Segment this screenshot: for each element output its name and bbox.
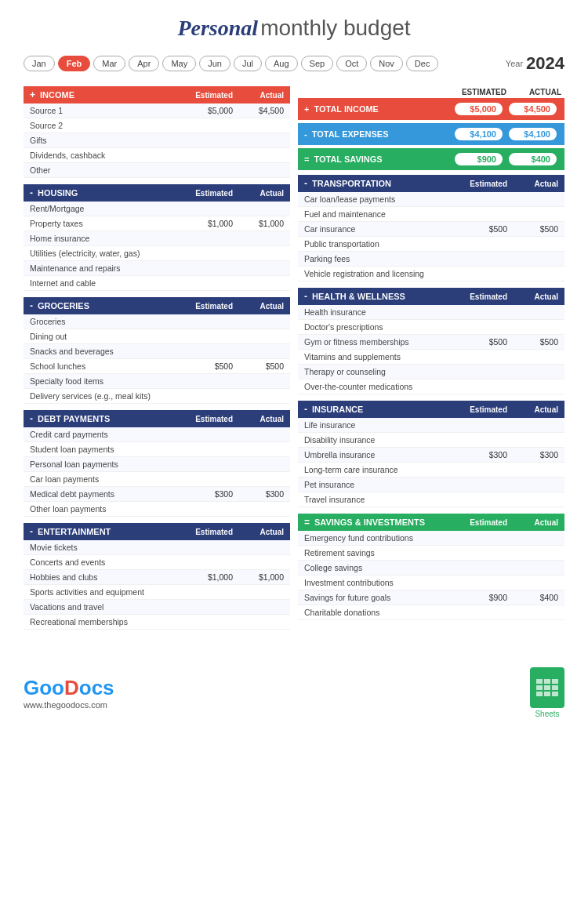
groceries-label-4: Specialty food items bbox=[30, 376, 182, 386]
sheets-label: Sheets bbox=[530, 710, 564, 718]
tab-nov[interactable]: Nov bbox=[370, 56, 403, 71]
savings-equals-icon: = bbox=[304, 517, 310, 528]
health-row-2: Gym or fitness memberships $500 $500 bbox=[298, 335, 564, 350]
income-header: + INCOME Estimated Actual bbox=[24, 86, 290, 104]
summary-header-labels: ESTIMATED ACTUAL bbox=[298, 86, 564, 98]
groceries-label-0: Groceries bbox=[30, 317, 182, 326]
ins-row-3: Long-term care insurance bbox=[298, 463, 564, 478]
entertainment-minus-icon: - bbox=[30, 526, 33, 537]
tab-oct[interactable]: Oct bbox=[336, 56, 367, 71]
savings-title: SAVINGS & INVESTMENTS bbox=[314, 518, 456, 527]
debt-row-5: Other loan payments bbox=[24, 502, 290, 517]
health-est-label: Estimated bbox=[456, 292, 507, 301]
debt-label-2: Personal loan payments bbox=[30, 459, 182, 469]
brand-docs: ocs bbox=[79, 676, 114, 699]
entertainment-row-4: Vacations and travel bbox=[24, 600, 290, 615]
housing-row-0: Rent/Mortgage bbox=[24, 202, 290, 216]
debt-row-3: Car loan payments bbox=[24, 472, 290, 487]
debt-row-2: Personal loan payments bbox=[24, 457, 290, 472]
ins-label-3: Long-term care insurance bbox=[304, 465, 456, 474]
savings-est-label: Estimated bbox=[456, 518, 507, 527]
tab-mar[interactable]: Mar bbox=[93, 56, 125, 71]
tab-apr[interactable]: Apr bbox=[129, 56, 159, 71]
health-label-5: Over-the-counter medications bbox=[304, 382, 456, 391]
year-value: 2024 bbox=[526, 53, 564, 74]
total-income-row: + TOTAL INCOME $5,000 $4,500 bbox=[298, 98, 564, 120]
health-row-3: Vitamins and supplements bbox=[298, 350, 564, 365]
groceries-label-2: Snacks and beverages bbox=[30, 347, 182, 356]
tab-feb[interactable]: Feb bbox=[58, 56, 91, 71]
sav-row-0: Emergency fund contributions bbox=[298, 531, 564, 546]
housing-label-2: Home insurance bbox=[30, 234, 182, 243]
brand-face: D bbox=[64, 676, 79, 699]
income-est-0: $5,000 bbox=[182, 106, 233, 115]
trans-row-4: Parking fees bbox=[298, 252, 564, 267]
entertainment-est-2: $1,000 bbox=[182, 572, 233, 582]
entertainment-row-5: Recreational memberships bbox=[24, 615, 290, 630]
right-column: ESTIMATED ACTUAL + TOTAL INCOME $5,000 $… bbox=[298, 86, 564, 636]
sheets-cell-5 bbox=[544, 685, 550, 690]
housing-act-label: Actual bbox=[233, 189, 284, 198]
debt-row-4: Medical debt payments $300 $300 bbox=[24, 487, 290, 502]
footer-website: www.thegoodocs.com bbox=[24, 700, 114, 710]
sav-label-1: Retirement savings bbox=[304, 548, 456, 557]
health-row-5: Over-the-counter medications bbox=[298, 380, 564, 394]
entertainment-row-3: Sports activities and equipment bbox=[24, 585, 290, 600]
ins-label-0: Life insurance bbox=[304, 420, 456, 430]
trans-row-1: Fuel and maintenance bbox=[298, 207, 564, 222]
sheets-cell-9 bbox=[552, 692, 558, 696]
income-title: INCOME bbox=[40, 90, 182, 100]
tab-jul[interactable]: Jul bbox=[234, 56, 262, 71]
income-act-label: Actual bbox=[233, 91, 284, 100]
tab-aug[interactable]: Aug bbox=[265, 56, 298, 71]
savings-header: = SAVINGS & INVESTMENTS Estimated Actual bbox=[298, 514, 564, 531]
health-label-2: Gym or fitness memberships bbox=[304, 337, 456, 347]
total-expenses-est: $4,100 bbox=[453, 126, 504, 142]
transportation-minus-icon: - bbox=[304, 178, 307, 189]
ins-label-5: Travel insurance bbox=[304, 495, 456, 504]
groceries-row-4: Specialty food items bbox=[24, 374, 290, 389]
income-row-1: Source 2 bbox=[24, 118, 290, 133]
tab-may[interactable]: May bbox=[162, 56, 196, 71]
total-savings-est: $900 bbox=[453, 151, 504, 167]
debt-label-0: Credit card payments bbox=[30, 430, 182, 439]
transportation-act-label: Actual bbox=[507, 180, 558, 188]
groceries-row-2: Snacks and beverages bbox=[24, 344, 290, 359]
summary-act-col-label: ACTUAL bbox=[506, 88, 561, 96]
debt-rows: Credit card payments Student loan paymen… bbox=[24, 427, 290, 517]
sheets-row-3 bbox=[536, 692, 558, 696]
entertainment-est-label: Estimated bbox=[182, 528, 233, 536]
transportation-section: - TRANSPORTATION Estimated Actual Car lo… bbox=[298, 175, 564, 281]
debt-minus-icon: - bbox=[30, 413, 33, 424]
income-row-0: Source 1 $5,000 $4,500 bbox=[24, 104, 290, 118]
debt-label-5: Other loan payments bbox=[30, 504, 182, 514]
sav-act-4: $400 bbox=[507, 593, 558, 602]
brand-name: GooDocs bbox=[24, 676, 114, 700]
debt-act-4: $300 bbox=[233, 489, 284, 499]
trans-label-0: Car loan/lease payments bbox=[304, 194, 456, 204]
entertainment-label-5: Recreational memberships bbox=[30, 617, 182, 626]
insurance-title: INSURANCE bbox=[312, 405, 456, 414]
health-act-2: $500 bbox=[507, 337, 558, 347]
income-label-3: Dividends, cashback bbox=[30, 151, 182, 160]
groceries-est-3: $500 bbox=[182, 361, 233, 371]
tab-jan[interactable]: Jan bbox=[24, 56, 55, 71]
health-title: HEALTH & WELLNESS bbox=[312, 292, 456, 301]
tab-sep[interactable]: Sep bbox=[301, 56, 334, 71]
brand-goo: Goo bbox=[24, 676, 64, 699]
ins-row-4: Pet insurance bbox=[298, 478, 564, 492]
sav-label-3: Investment contributions bbox=[304, 578, 456, 587]
insurance-rows: Life insurance Disability insurance Umbr… bbox=[298, 418, 564, 507]
ins-label-2: Umbrella insurance bbox=[304, 450, 456, 459]
income-section: + INCOME Estimated Actual Source 1 $5,00… bbox=[24, 86, 290, 178]
groceries-header: - GROCERIES Estimated Actual bbox=[24, 297, 290, 314]
tab-jun[interactable]: Jun bbox=[199, 56, 230, 71]
debt-act-label: Actual bbox=[233, 415, 284, 423]
health-row-0: Health insurance bbox=[298, 305, 564, 320]
savings-act-label: Actual bbox=[507, 518, 558, 527]
groceries-label-3: School lunches bbox=[30, 361, 182, 371]
debt-row-1: Student loan payments bbox=[24, 442, 290, 457]
tab-dec[interactable]: Dec bbox=[406, 56, 439, 71]
ins-row-5: Travel insurance bbox=[298, 492, 564, 507]
debt-title: DEBT PAYMENTS bbox=[38, 414, 182, 423]
